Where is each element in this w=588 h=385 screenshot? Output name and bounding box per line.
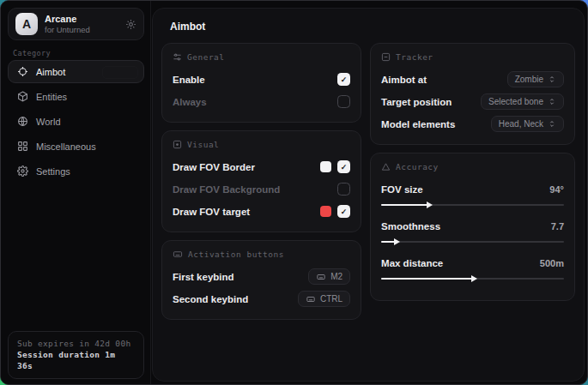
- section-title: Tracker: [396, 52, 433, 62]
- section-title: Visual: [187, 140, 219, 149]
- dropdown-value: Selected bone: [488, 97, 543, 106]
- slider-track: [381, 241, 564, 243]
- accuracy-card: Accuracy FOV size 94° Smo: [370, 153, 575, 301]
- fov-border-checkbox[interactable]: ✓: [337, 160, 350, 173]
- setting-row-second-keybind: Second keybind CTRL: [173, 289, 350, 309]
- color-swatch[interactable]: [320, 206, 331, 217]
- slider-thumb[interactable]: [471, 275, 477, 282]
- setting-row-fov-background: Draw FOV Background: [173, 179, 350, 199]
- eye-box-icon: [173, 140, 182, 149]
- accuracy-card-header: Accuracy: [381, 162, 564, 171]
- cube-icon: [17, 91, 28, 102]
- model-elements-dropdown[interactable]: Head, Neck: [491, 116, 564, 132]
- aimbot-hint-pill: [102, 66, 138, 79]
- section-title: General: [187, 52, 225, 62]
- tracker-card: Tracker Aimbot at Zombie Target position…: [370, 43, 575, 145]
- page-title: Aimbot: [170, 21, 575, 33]
- setting-row-fov-target: Draw FOV target ✓: [173, 202, 350, 221]
- aimbot-at-dropdown[interactable]: Zombie: [507, 71, 564, 87]
- setting-row-target-position: Target position Selected bone: [381, 92, 564, 111]
- section-title: Activation buttons: [188, 250, 284, 259]
- sidebar-item-entities[interactable]: Entities: [8, 85, 144, 108]
- setting-label: Enable: [173, 75, 205, 85]
- setting-label: Always: [173, 97, 207, 107]
- activation-card: Activation buttons First keybind M2 Seco…: [161, 240, 361, 320]
- smoothness-slider[interactable]: [381, 238, 564, 246]
- globe-icon: [17, 116, 28, 127]
- keyboard-icon: [173, 250, 183, 259]
- chevron-up-down-icon: [548, 97, 556, 106]
- setting-row-smoothness: Smoothness 7.7: [381, 216, 564, 236]
- keybind-value: CTRL: [320, 294, 342, 304]
- setting-row-aimbot-at: Aimbot at Zombie: [381, 69, 564, 89]
- max-distance-slider[interactable]: [381, 274, 564, 283]
- keyboard-icon: [306, 295, 316, 304]
- sidebar-item-miscellaneous[interactable]: Miscellaneous: [8, 135, 144, 158]
- chevron-up-down-icon: [548, 119, 556, 129]
- app-subtitle: for Unturned: [45, 25, 125, 35]
- slider-fill: [381, 204, 428, 206]
- setting-label: Draw FOV target: [173, 207, 250, 217]
- sidebar-item-label: Settings: [36, 166, 70, 177]
- setting-label: Second keybind: [173, 294, 248, 304]
- setting-label: FOV size: [381, 184, 423, 195]
- setting-row-fov-size: FOV size 94°: [381, 179, 564, 199]
- sidebar-item-settings[interactable]: Settings: [8, 159, 144, 183]
- setting-label: Model elements: [381, 119, 455, 129]
- target-position-dropdown[interactable]: Selected bone: [481, 93, 564, 110]
- main-panel: Aimbot General Enable ✓ Always: [152, 8, 585, 382]
- app-name: Arcane: [45, 14, 125, 25]
- brand-card: A Arcane for Unturned: [8, 8, 144, 40]
- sidebar-item-label: Aimbot: [36, 67, 65, 77]
- app-window: A Arcane for Unturned Category Aimbot: [0, 0, 588, 385]
- chevron-up-down-icon: [548, 75, 556, 84]
- sidebar-nav: Aimbot Entities World Miscellaneous: [8, 60, 144, 184]
- keybind-value: M2: [330, 272, 342, 281]
- category-label: Category: [13, 49, 51, 57]
- setting-row-always: Always: [173, 92, 350, 111]
- slider-fill: [381, 278, 472, 280]
- setting-label: Draw FOV Background: [173, 184, 280, 195]
- general-card-header: General: [173, 52, 350, 62]
- sidebar-item-aimbot[interactable]: Aimbot: [8, 60, 144, 83]
- enable-checkbox[interactable]: ✓: [337, 73, 350, 86]
- dropdown-value: Zombie: [515, 75, 543, 84]
- grid-icon: [17, 141, 28, 152]
- slider-thumb[interactable]: [427, 202, 433, 208]
- setting-row-max-distance: Max distance 500m: [381, 253, 564, 273]
- dropdown-value: Head, Neck: [499, 119, 543, 129]
- activation-card-header: Activation buttons: [173, 250, 350, 259]
- crosshair-icon: [17, 66, 28, 77]
- gear-icon[interactable]: [125, 19, 136, 30]
- session-duration-text: Session duration 1m 36s: [17, 349, 135, 371]
- sub-expires-text: Sub expires in 42d 00h: [17, 338, 135, 349]
- setting-row-first-keybind: First keybind M2: [173, 267, 350, 286]
- session-info-box: Sub expires in 42d 00h Session duration …: [8, 331, 144, 379]
- sidebar-item-label: Entities: [36, 92, 67, 102]
- color-swatch[interactable]: [320, 161, 331, 172]
- fov-background-checkbox[interactable]: [337, 183, 350, 196]
- smoothness-value: 7.7: [551, 221, 564, 232]
- tracker-card-header: Tracker: [381, 52, 564, 62]
- keyboard-icon: [316, 273, 326, 281]
- setting-label: First keybind: [173, 272, 234, 282]
- slider-thumb[interactable]: [394, 238, 400, 245]
- setting-label: Draw FOV Border: [173, 162, 255, 172]
- always-checkbox[interactable]: [337, 95, 350, 108]
- triangle-icon: [381, 162, 391, 171]
- sidebar-item-label: Miscellaneous: [36, 141, 96, 152]
- setting-row-fov-border: Draw FOV Border ✓: [173, 157, 350, 177]
- setting-label: Aimbot at: [381, 75, 427, 85]
- fov-target-checkbox[interactable]: ✓: [337, 205, 350, 218]
- gear-icon: [17, 165, 28, 177]
- sidebar: A Arcane for Unturned Category Aimbot: [1, 1, 151, 384]
- setting-row-enable: Enable ✓: [173, 69, 350, 89]
- fov-size-value: 94°: [549, 184, 564, 195]
- second-keybind-button[interactable]: CTRL: [298, 291, 350, 307]
- section-title: Accuracy: [396, 162, 439, 171]
- fov-size-slider[interactable]: [381, 201, 564, 209]
- general-card: General Enable ✓ Always: [161, 43, 361, 123]
- app-logo: A: [15, 13, 38, 35]
- first-keybind-button[interactable]: M2: [308, 268, 350, 285]
- sidebar-item-world[interactable]: World: [8, 110, 144, 133]
